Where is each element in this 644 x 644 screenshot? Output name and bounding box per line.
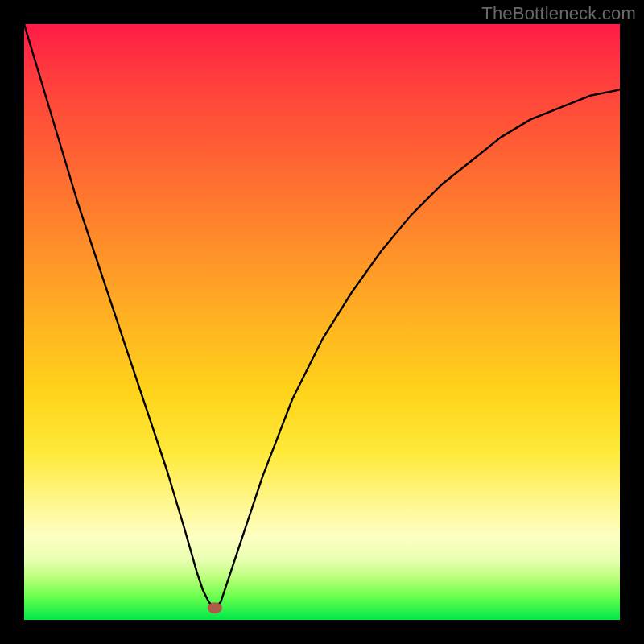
chart-plot-area <box>24 24 620 620</box>
chart-frame: TheBottleneck.com <box>0 0 644 644</box>
watermark-text: TheBottleneck.com <box>481 3 636 24</box>
chart-svg <box>24 24 620 620</box>
bottleneck-curve <box>24 24 620 608</box>
chart-marker <box>208 602 222 613</box>
